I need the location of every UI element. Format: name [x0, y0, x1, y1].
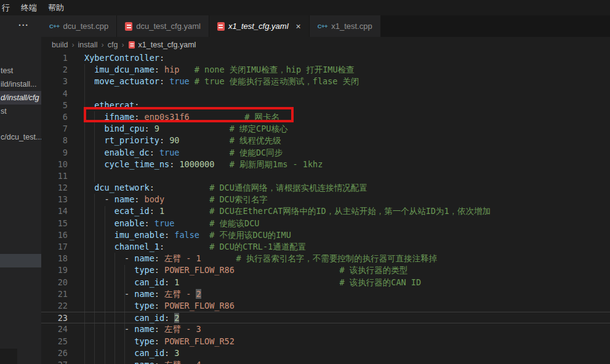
tab-label: dcu_test.cpp	[63, 22, 108, 31]
breadcrumb: build › install › cfg › x1_test_cfg.yaml	[41, 37, 610, 52]
line-number: 2	[41, 64, 68, 76]
code-line[interactable]: 17 channel_1: # DCU的CTRL-1通道配置	[41, 241, 610, 253]
close-icon[interactable]: ×	[296, 22, 301, 31]
sidebar-item-2[interactable]: d/install/cfg	[0, 91, 41, 105]
code-text: - name: body # DCU索引名字	[68, 194, 268, 205]
line-number: 4	[41, 88, 68, 100]
tab-x1_test.cpp[interactable]: C++x1_test.cpp	[310, 15, 381, 37]
code-text: - name: 左臂 - 3	[68, 323, 201, 335]
tab-x1_test_cfg.yaml[interactable]: x1_test_cfg.yaml×	[209, 15, 310, 37]
code-line[interactable]: 13 - name: body # DCU索引名字	[41, 194, 610, 205]
code-lines: 1XyberController:2 imu_dcu_name: hip # n…	[41, 52, 610, 364]
sidebar-item-4[interactable]: c/dcu_test...	[0, 130, 41, 144]
code-line[interactable]: 26 can_id: 3	[41, 347, 610, 359]
line-number: 16	[41, 229, 68, 241]
code-line[interactable]: 27 - name: 左臂 - 4	[41, 359, 610, 364]
sidebar-item-3[interactable]: st	[0, 105, 41, 118]
code-text: XyberController:	[68, 52, 164, 64]
line-number: 20	[41, 277, 68, 288]
code-line[interactable]: 20 can_id: 1 # 该执行器的CAN ID	[41, 277, 610, 288]
breadcrumb-install[interactable]: install	[78, 41, 98, 49]
code-text: ifname: enp0s31f6 # 网卡名	[68, 111, 279, 123]
code-text: dcu_network: # DCU通信网络，请根据实机连接情况配置	[68, 182, 367, 194]
code-line[interactable]: 8 rt_priority: 90 # 线程优先级	[41, 135, 610, 146]
tab-dcu_test_cfg.yaml[interactable]: dcu_test_cfg.yaml	[117, 15, 209, 37]
cpp-file-icon: C++	[318, 23, 327, 30]
sidebar-selected-row[interactable]	[0, 254, 41, 267]
line-number: 13	[41, 194, 68, 205]
code-text: channel_1: # DCU的CTRL-1通道配置	[68, 241, 306, 253]
yaml-file-icon	[217, 22, 225, 31]
line-number: 1	[41, 52, 68, 64]
menu-item-run[interactable]: 行	[0, 0, 15, 15]
line-number: 26	[41, 347, 68, 359]
code-line[interactable]: 25 type: POWER_FLOW_R52	[41, 336, 610, 347]
code-text: can_id: 2	[68, 312, 179, 324]
more-actions-button[interactable]: ···	[18, 20, 29, 30]
code-line[interactable]: 6 ifname: enp0s31f6 # 网卡名	[41, 111, 610, 123]
sidebar-item-1[interactable]: ild/install...	[0, 77, 41, 91]
line-number: 8	[41, 135, 68, 146]
code-text: - name: 左臂 - 1 # 执行器索引名字，不需要控制的执行器可直接注释掉	[68, 253, 437, 264]
code-editor[interactable]: 1XyberController:2 imu_dcu_name: hip # n…	[41, 52, 610, 364]
line-number: 21	[41, 288, 68, 300]
yaml-file-icon	[128, 41, 134, 49]
breadcrumb-build[interactable]: build	[52, 41, 68, 49]
code-text: can_id: 1 # 该执行器的CAN ID	[68, 277, 421, 288]
code-text: imu_dcu_name: hip # none 关闭IMU检查，hip 打开I…	[68, 64, 355, 76]
tab-label: dcu_test_cfg.yaml	[136, 22, 201, 31]
breadcrumb-file[interactable]: x1_test_cfg.yaml	[138, 41, 196, 49]
line-number: 15	[41, 218, 68, 229]
vscode-window: 行 终端 帮助 ··· testild/install...d/install/…	[0, 0, 610, 364]
code-line[interactable]: 21 - name: 左臂 - 2	[41, 288, 610, 300]
line-number: 27	[41, 359, 68, 364]
code-line[interactable]: 24 - name: 左臂 - 3	[41, 323, 610, 335]
code-line[interactable]: 1XyberController:	[41, 52, 610, 64]
code-line[interactable]: 23 can_id: 2	[41, 312, 610, 323]
tab-dcu_test.cpp[interactable]: C++dcu_test.cpp	[41, 15, 117, 37]
tab-label: x1_test_cfg.yaml	[228, 22, 289, 31]
code-line[interactable]: 12 dcu_network: # DCU通信网络，请根据实机连接情况配置	[41, 182, 610, 194]
code-text: rt_priority: 90 # 线程优先级	[68, 135, 281, 146]
code-text: - name: 左臂 - 2	[68, 288, 201, 300]
menu-item-terminal[interactable]: 终端	[15, 0, 42, 15]
code-line[interactable]: 7 bind_cpu: 9 # 绑定CPU核心	[41, 123, 610, 135]
code-line[interactable]: 5 ethercat:	[41, 100, 610, 111]
line-number: 12	[41, 182, 68, 194]
code-text: bind_cpu: 9 # 绑定CPU核心	[68, 123, 287, 135]
code-line[interactable]: 22 type: POWER_FLOW_R86	[41, 300, 610, 312]
line-number: 25	[41, 336, 68, 347]
line-number: 11	[41, 170, 68, 182]
menu-item-help[interactable]: 帮助	[42, 0, 70, 15]
line-number: 10	[41, 159, 68, 170]
line-number: 6	[41, 111, 68, 123]
code-text: type: POWER_FLOW_R86	[68, 300, 235, 312]
code-line[interactable]: 2 imu_dcu_name: hip # none 关闭IMU检查，hip 打…	[41, 64, 610, 76]
line-number: 9	[41, 147, 68, 159]
code-text: ecat_id: 1 # DCU在EtherCAT网络中的ID，从主站开始，第一…	[68, 205, 491, 217]
code-text: - name: 左臂 - 4	[68, 359, 201, 364]
code-line[interactable]: 15 enable: true # 使能该DCU	[41, 218, 610, 229]
code-line[interactable]: 11	[41, 170, 610, 182]
code-text: move_actuator: true # true 使能执行器运动测试，fla…	[68, 76, 359, 87]
yaml-file-icon	[125, 22, 132, 31]
line-number: 18	[41, 253, 68, 264]
code-line[interactable]: 3 move_actuator: true # true 使能执行器运动测试，f…	[41, 76, 610, 87]
code-line[interactable]: 18 - name: 左臂 - 1 # 执行器索引名字，不需要控制的执行器可直接…	[41, 253, 610, 264]
code-line[interactable]: 9 enable_dc: true # 使能DC同步	[41, 147, 610, 159]
code-line[interactable]: 10 cycle_time_ns: 1000000 # 刷新周期1ms - 1k…	[41, 159, 610, 170]
code-line[interactable]: 19 type: POWER_FLOW_R86 # 该执行器的类型	[41, 264, 610, 276]
code-line[interactable]: 14 ecat_id: 1 # DCU在EtherCAT网络中的ID，从主站开始…	[41, 205, 610, 217]
code-line[interactable]: 4	[41, 88, 610, 100]
code-line[interactable]: 16 imu_enable: false # 不使用该DCU的IMU	[41, 229, 610, 241]
line-number: 7	[41, 123, 68, 135]
code-text: imu_enable: false # 不使用该DCU的IMU	[68, 229, 291, 241]
code-text: ethercat:	[68, 100, 139, 111]
breadcrumb-cfg[interactable]: cfg	[108, 41, 118, 49]
tab-bar: C++dcu_test.cppdcu_test_cfg.yamlx1_test_…	[41, 15, 610, 37]
code-text: enable_dc: true # 使能DC同步	[68, 147, 283, 159]
code-text: cycle_time_ns: 1000000 # 刷新周期1ms - 1khz	[68, 159, 323, 170]
sidebar-item-0[interactable]: test	[0, 64, 41, 77]
line-number: 17	[41, 241, 68, 253]
code-text: type: POWER_FLOW_R52	[68, 336, 235, 347]
